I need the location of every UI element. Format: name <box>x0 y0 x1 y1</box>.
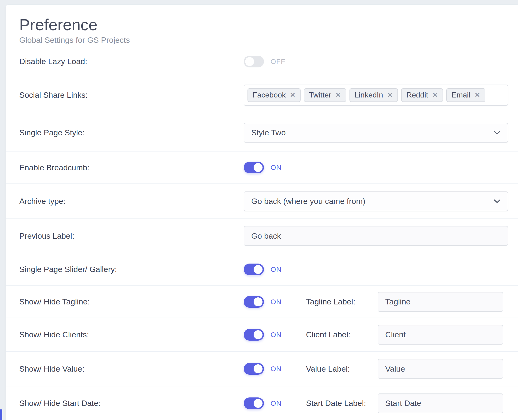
single-page-style-select[interactable]: Style Two <box>244 123 508 142</box>
tag-label: Email <box>451 91 470 99</box>
row-single-page-style: Single Page Style: Style Two <box>6 114 518 151</box>
select-value: Style Two <box>251 128 286 137</box>
toggle-knob <box>254 399 263 408</box>
row-show-hide-value: Show/ Hide Value: ON Value Label: <box>6 352 518 386</box>
page-header: Preference Global Settings for GS Projec… <box>6 5 518 47</box>
setting-label: Previous Label: <box>19 231 244 240</box>
toggle-state-label: ON <box>271 331 282 339</box>
select-value: Go back (where you came from) <box>251 197 366 206</box>
remove-tag-icon[interactable]: ✕ <box>290 92 295 98</box>
preferences-panel: Preference Global Settings for GS Projec… <box>6 5 518 420</box>
enable-breadcumb-toggle[interactable] <box>244 162 264 173</box>
tag-linkedin[interactable]: LinkedIn ✕ <box>350 88 398 102</box>
single-page-slider-gallery-toggle[interactable] <box>244 263 264 275</box>
show-hide-value-toggle[interactable] <box>244 363 264 375</box>
value-label-input[interactable] <box>378 359 503 379</box>
setting-label: Show/ Hide Tagline: <box>19 297 244 306</box>
start-date-label-input[interactable] <box>378 393 503 413</box>
show-hide-start-date-toggle[interactable] <box>244 398 264 409</box>
toggle-knob <box>254 265 263 274</box>
archive-type-select[interactable]: Go back (where you came from) <box>244 191 508 211</box>
chevron-down-icon <box>494 199 501 203</box>
setting-label: Show/ Hide Value: <box>19 364 244 374</box>
remove-tag-icon[interactable]: ✕ <box>474 92 480 98</box>
toggle-knob <box>254 297 263 306</box>
setting-label: Enable Breadcumb: <box>19 163 244 172</box>
client-label-caption: Client Label: <box>306 330 378 339</box>
chevron-down-icon <box>494 131 501 135</box>
tagline-label-input[interactable] <box>378 292 503 312</box>
page-title: Preference <box>19 16 508 33</box>
tag-label: Reddit <box>406 91 428 99</box>
setting-label: Archive type: <box>19 197 244 206</box>
row-previous-label: Previous Label: <box>6 219 518 253</box>
toggle-state-label: ON <box>271 365 282 373</box>
tag-label: Twitter <box>309 91 331 99</box>
toggle-knob <box>254 163 263 172</box>
row-social-share-links: Social Share Links: Facebook ✕ Twitter ✕… <box>6 76 518 114</box>
tag-email[interactable]: Email ✕ <box>446 88 485 102</box>
toggle-state-label: ON <box>271 164 282 172</box>
disable-lazy-load-toggle[interactable] <box>244 56 264 68</box>
tag-reddit[interactable]: Reddit ✕ <box>401 88 443 102</box>
row-disable-lazy-load: Disable Lazy Load: OFF <box>6 47 518 76</box>
setting-label: Disable Lazy Load: <box>19 57 244 66</box>
tag-twitter[interactable]: Twitter ✕ <box>304 88 346 102</box>
setting-label: Single Page Slider/ Gallery: <box>19 265 244 274</box>
social-share-tags-field[interactable]: Facebook ✕ Twitter ✕ LinkedIn ✕ Reddit ✕… <box>244 85 508 106</box>
setting-label: Single Page Style: <box>19 128 244 137</box>
toggle-state-label: OFF <box>271 58 285 66</box>
show-hide-tagline-toggle[interactable] <box>244 296 264 308</box>
toggle-knob <box>245 57 254 66</box>
toggle-state-label: ON <box>271 399 282 407</box>
toggle-knob <box>254 330 263 339</box>
start-date-label-caption: Start Date Label: <box>306 399 378 408</box>
setting-label: Show/ Hide Start Date: <box>19 399 244 408</box>
admin-sidebar-edge <box>0 409 2 420</box>
tag-label: LinkedIn <box>355 91 383 99</box>
row-show-hide-clients: Show/ Hide Clients: ON Client Label: <box>6 318 518 352</box>
row-single-page-slider-gallery: Single Page Slider/ Gallery: ON <box>6 253 518 286</box>
value-label-caption: Value Label: <box>306 364 378 374</box>
toggle-state-label: ON <box>271 298 282 306</box>
tag-facebook[interactable]: Facebook ✕ <box>247 88 301 102</box>
setting-label: Show/ Hide Clients: <box>19 330 244 339</box>
setting-label: Social Share Links: <box>19 90 244 100</box>
toggle-state-label: ON <box>271 265 282 273</box>
page-subtitle: Global Settings for GS Projects <box>19 36 508 45</box>
previous-label-input[interactable] <box>244 226 508 246</box>
client-label-input[interactable] <box>378 325 503 345</box>
remove-tag-icon[interactable]: ✕ <box>335 92 341 98</box>
row-show-hide-tagline: Show/ Hide Tagline: ON Tagline Label: <box>6 286 518 318</box>
row-show-hide-start-date: Show/ Hide Start Date: ON Start Date Lab… <box>6 386 518 420</box>
row-enable-breadcumb: Enable Breadcumb: ON <box>6 151 518 184</box>
tagline-label-caption: Tagline Label: <box>306 297 378 306</box>
toggle-knob <box>254 364 263 373</box>
row-archive-type: Archive type: Go back (where you came fr… <box>6 184 518 219</box>
remove-tag-icon[interactable]: ✕ <box>387 92 393 98</box>
remove-tag-icon[interactable]: ✕ <box>433 92 438 98</box>
show-hide-clients-toggle[interactable] <box>244 329 264 341</box>
tag-label: Facebook <box>253 91 286 99</box>
